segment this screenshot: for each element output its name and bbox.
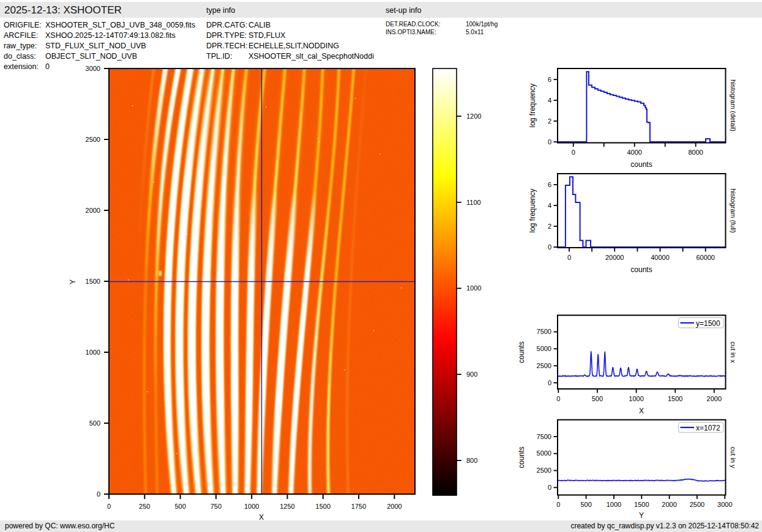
svg-text:1000: 1000 — [244, 503, 259, 510]
svg-text:4: 4 — [548, 97, 551, 104]
svg-text:1000: 1000 — [629, 395, 643, 402]
svg-text:0: 0 — [556, 501, 560, 508]
svg-text:7500: 7500 — [537, 328, 551, 335]
svg-text:4: 4 — [548, 202, 551, 209]
svg-text:0: 0 — [572, 149, 575, 156]
svg-text:2: 2 — [548, 223, 551, 230]
svg-text:1200: 1200 — [466, 113, 481, 120]
svg-text:x=1072: x=1072 — [696, 424, 720, 432]
svg-text:1100: 1100 — [466, 199, 481, 206]
svg-text:2000: 2000 — [662, 501, 676, 508]
svg-text:2500: 2500 — [537, 467, 551, 474]
svg-text:2000: 2000 — [86, 207, 100, 214]
svg-text:800: 800 — [466, 457, 477, 464]
svg-text:counts: counts — [517, 446, 526, 468]
svg-text:900: 900 — [466, 371, 477, 378]
svg-text:2500: 2500 — [537, 362, 551, 369]
svg-text:1750: 1750 — [351, 503, 366, 510]
svg-text:1000: 1000 — [86, 349, 100, 356]
svg-text:500: 500 — [89, 419, 100, 427]
svg-text:cut in y: cut in y — [730, 447, 737, 468]
svg-text:1250: 1250 — [280, 503, 294, 510]
svg-text:1500: 1500 — [86, 278, 100, 285]
svg-text:6: 6 — [548, 76, 551, 83]
svg-text:Y: Y — [69, 279, 77, 284]
svg-text:1000: 1000 — [466, 284, 481, 292]
svg-text:250: 250 — [139, 503, 150, 510]
svg-text:counts: counts — [630, 265, 652, 274]
svg-text:0: 0 — [97, 490, 100, 498]
svg-text:2000: 2000 — [707, 395, 722, 402]
svg-text:500: 500 — [174, 503, 185, 510]
svg-text:counts: counts — [517, 341, 526, 363]
svg-text:log frequency: log frequency — [528, 83, 537, 127]
svg-text:5000: 5000 — [537, 449, 551, 457]
svg-text:40000: 40000 — [651, 254, 670, 261]
svg-text:log frequency: log frequency — [528, 188, 537, 232]
svg-text:cut in x: cut in x — [730, 342, 737, 363]
svg-text:2500: 2500 — [690, 501, 704, 508]
svg-text:6: 6 — [548, 181, 551, 188]
svg-text:0: 0 — [556, 395, 560, 402]
svg-text:750: 750 — [211, 503, 222, 510]
svg-text:counts: counts — [630, 160, 652, 169]
svg-text:Y: Y — [639, 511, 644, 520]
svg-text:60000: 60000 — [696, 254, 715, 261]
svg-text:2: 2 — [548, 117, 551, 125]
svg-text:0: 0 — [548, 484, 551, 491]
svg-text:y=1500: y=1500 — [696, 319, 720, 328]
svg-text:20000: 20000 — [605, 254, 624, 261]
svg-text:0: 0 — [567, 254, 571, 261]
svg-text:2000: 2000 — [387, 503, 402, 510]
svg-text:1500: 1500 — [634, 501, 649, 508]
svg-text:4000: 4000 — [627, 149, 641, 156]
svg-text:500: 500 — [592, 395, 603, 402]
svg-text:3000: 3000 — [86, 65, 100, 72]
svg-text:0: 0 — [107, 503, 111, 510]
svg-text:8000: 8000 — [688, 149, 703, 156]
svg-text:1500: 1500 — [668, 395, 682, 402]
svg-text:X: X — [639, 407, 644, 415]
svg-text:1500: 1500 — [316, 503, 331, 510]
svg-text:500: 500 — [580, 501, 591, 508]
svg-text:5000: 5000 — [537, 345, 551, 352]
svg-text:2500: 2500 — [86, 136, 100, 143]
svg-text:0: 0 — [548, 243, 551, 251]
svg-text:3000: 3000 — [717, 501, 732, 508]
svg-text:1000: 1000 — [607, 501, 621, 508]
svg-text:0: 0 — [548, 138, 551, 146]
svg-text:histogram (full): histogram (full) — [730, 188, 737, 233]
svg-text:histogram (detail): histogram (detail) — [730, 79, 737, 131]
svg-text:0: 0 — [548, 379, 551, 386]
svg-text:7500: 7500 — [537, 433, 551, 440]
